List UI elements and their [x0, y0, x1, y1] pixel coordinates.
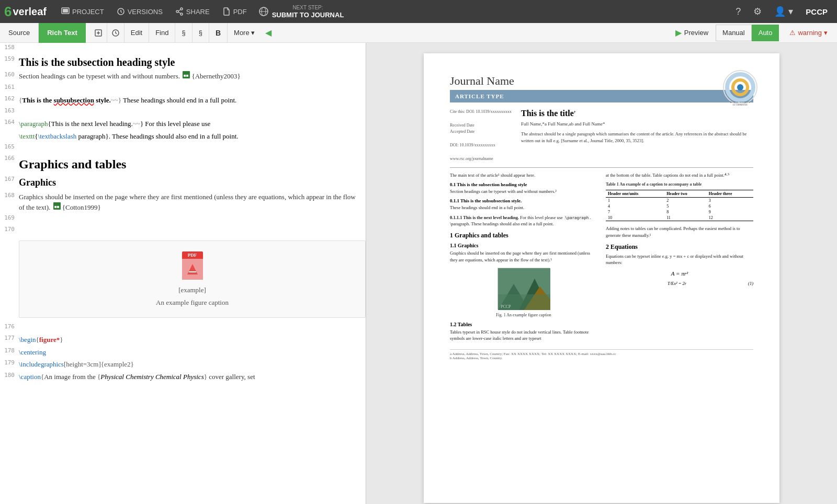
account-button[interactable]: 👤 ▾ [769, 0, 798, 23]
article-type-bar: ARTICLE TYPE [450, 90, 753, 102]
play-icon: ▶ [675, 28, 682, 38]
history-button[interactable] [107, 23, 125, 43]
line-number: 170 [0, 225, 19, 233]
preview-button[interactable]: ▶ Preview [668, 23, 716, 43]
line-row: 164 \paragraph{This is the next level he… [0, 118, 366, 130]
project-icon [61, 7, 70, 16]
line-row: 176 [0, 322, 366, 334]
line-number: 166 [0, 154, 19, 162]
project-button[interactable]: PROJECT [55, 0, 110, 23]
share-icon [175, 7, 184, 16]
src-line: \caption{An image from the {Physical Che… [19, 371, 366, 383]
logo[interactable]: 6 verleaf [4, 4, 47, 20]
find-button[interactable]: Find [149, 23, 175, 43]
pdf-button[interactable]: PDF [216, 0, 253, 23]
preview-meta: Cite this: DOI: 10.1039/xxxxxxxxxx Recei… [450, 109, 513, 162]
table-header-cell: Header three [707, 190, 753, 198]
table-row: 123 [606, 198, 753, 204]
manual-mode-button[interactable]: Manual [716, 25, 752, 41]
body-right-1: at the bottom of the table. Table captio… [606, 172, 753, 179]
toolbar: Source Rich Text Edit Find § § B More ▾ … [0, 23, 837, 43]
line-content [19, 142, 366, 144]
main-text: The main text of the article¹ should app… [450, 172, 597, 179]
top-navigation: 6 verleaf PROJECT VERSIONS SHARE PDF NEX… [0, 0, 837, 23]
settings-button[interactable]: ⚙ [748, 0, 767, 23]
figure-caption-text: An example figure caption [30, 299, 355, 307]
preview-page: ROYAL SOCIETY OF CHEMISTRY Journal Name … [424, 53, 779, 503]
subsection-1-1-heading: 1.1 Graphics [450, 243, 597, 248]
line-number: 162 [0, 94, 19, 102]
share-button[interactable]: SHARE [169, 0, 216, 23]
preview-table: Header one/units Header two Header three… [606, 190, 753, 221]
auto-mode-button[interactable]: Auto [752, 25, 779, 41]
more-button[interactable]: More ▾ [228, 23, 261, 43]
next-step-button[interactable]: NEXT STEP: SUBMIT TO JOURNAL [253, 3, 349, 21]
warning-dropdown-icon: ▾ [824, 29, 828, 37]
section-heading: Graphics and tables [19, 154, 366, 175]
svg-line-7 [178, 12, 180, 14]
help-button[interactable]: ? [730, 0, 746, 23]
line-number: 161 [0, 83, 19, 90]
richtext-tab[interactable]: Rich Text [39, 23, 86, 43]
bold-button[interactable]: B [209, 23, 228, 43]
doi: DOI: 10.1039/xxxxxxxxxx [450, 142, 513, 149]
figure-filename: [example] [30, 286, 355, 294]
edit-button[interactable]: Edit [125, 23, 149, 43]
collapse-button[interactable]: ◀ [261, 23, 276, 43]
svg-text:OF CHEMISTRY: OF CHEMISTRY [732, 104, 748, 106]
svg-rect-1 [63, 9, 68, 13]
more-dropdown-icon: ▾ [251, 29, 255, 37]
history-icon [111, 29, 120, 37]
section-btn2[interactable]: § [193, 23, 209, 43]
line-row: 159 This is the subsection heading style [0, 54, 366, 70]
section-btn1[interactable]: § [175, 23, 192, 43]
table-row: 101112 [606, 215, 753, 221]
globe-icon [258, 6, 269, 17]
warning-button[interactable]: ⚠ warning ▾ [784, 23, 833, 43]
subsection-heading-2: Graphics [19, 175, 366, 191]
line-number: 179 [0, 358, 19, 366]
insert-button[interactable] [90, 23, 107, 43]
preview-header-section: Cite this: DOI: 10.1039/xxxxxxxxxx Recei… [450, 109, 753, 162]
right-toolbar: ▶ Preview Manual Auto ⚠ warning ▾ [668, 23, 837, 43]
subsubsection-line: {This is the subsubsection style.~~} The… [19, 94, 366, 107]
subsection-heading-01: 0.1 This is the subsection heading style [450, 182, 597, 187]
accepted-date: Accepted Date [450, 129, 513, 135]
svg-line-6 [178, 10, 180, 12]
pdf-icon [222, 7, 231, 16]
line-row: 170 [0, 225, 366, 236]
body-graphics: Graphics should be inserted on the page … [450, 250, 597, 264]
line-row: 178 \centering [0, 346, 366, 359]
pccp-badge: PCCP [800, 7, 833, 16]
svg-text:PCCP: PCCP [501, 304, 511, 309]
line-number: 159 [0, 54, 19, 62]
line-row: 163 [0, 106, 366, 118]
line-content [19, 225, 366, 227]
src-line: \includegraphics[height=3cm]{example2} [19, 358, 366, 371]
line-number: 168 [0, 191, 19, 199]
journal-url: www.rsc.org/journalname [450, 156, 513, 163]
project-label: PROJECT [72, 8, 104, 16]
preview-footnote: a Address, Address, Town, Country; Fax: … [450, 349, 753, 360]
equations-body: Equations can be typeset inline e.g. y =… [606, 253, 753, 267]
preview-title: This is the title† [521, 109, 753, 118]
line-content [19, 43, 366, 45]
received-date: Received Date [450, 122, 513, 129]
editor-panel[interactable]: 158 159 This is the subsection heading s… [0, 43, 366, 504]
line-number: 163 [0, 106, 19, 114]
line-row: 167 Graphics [0, 175, 366, 191]
versions-button[interactable]: VERSIONS [110, 0, 169, 23]
source-tab[interactable]: Source [0, 23, 39, 43]
line-number: 164 [0, 118, 19, 125]
svg-point-22 [737, 84, 743, 90]
share-label: SHARE [186, 8, 210, 16]
subsubsection-011: 0.1.1 This is the subsubsection style. [450, 198, 597, 203]
line-number: 180 [0, 371, 19, 379]
main-content: 158 159 This is the subsection heading s… [0, 43, 837, 504]
table-row: 789 [606, 209, 753, 215]
tables-subsection: 1.2 Tables [450, 322, 597, 327]
line-row: 169 [0, 213, 366, 225]
citation-icon-2: ■■ [53, 202, 61, 213]
preview-panel[interactable]: ROYAL SOCIETY OF CHEMISTRY Journal Name … [366, 43, 837, 504]
pdf-label: PDF [233, 8, 247, 16]
